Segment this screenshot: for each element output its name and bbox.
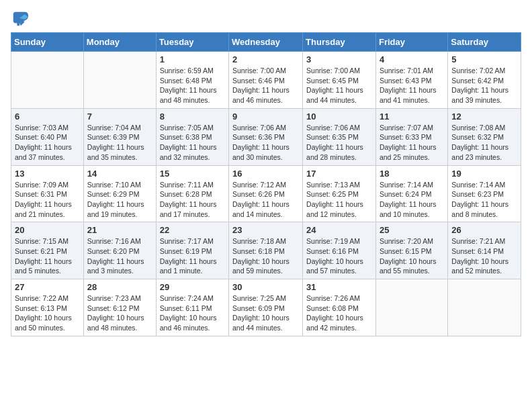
day-info: Sunrise: 7:00 AMSunset: 6:45 PMDaylight:…	[306, 66, 372, 105]
day-info: Sunrise: 7:06 AMSunset: 6:36 PMDaylight:…	[232, 123, 299, 163]
day-number: 8	[160, 111, 225, 122]
day-info: Sunrise: 7:23 AMSunset: 6:12 PMDaylight:…	[87, 293, 152, 333]
day-info: Sunrise: 7:21 AMSunset: 6:14 PMDaylight:…	[451, 236, 517, 276]
calendar-cell	[448, 279, 521, 336]
calendar-cell: 23Sunrise: 7:18 AMSunset: 6:18 PMDayligh…	[229, 222, 303, 279]
calendar-cell: 27Sunrise: 7:22 AMSunset: 6:13 PMDayligh…	[11, 279, 84, 336]
day-info: Sunrise: 7:15 AMSunset: 6:21 PMDaylight:…	[15, 236, 80, 276]
weekday-header-thursday: Thursday	[303, 33, 376, 52]
day-number: 20	[15, 225, 80, 235]
day-info: Sunrise: 7:25 AMSunset: 6:09 PMDaylight:…	[232, 293, 299, 333]
day-number: 12	[451, 111, 517, 122]
calendar-cell: 15Sunrise: 7:11 AMSunset: 6:28 PMDayligh…	[156, 165, 228, 222]
day-number: 23	[232, 225, 299, 235]
day-number: 11	[380, 111, 444, 122]
day-number: 19	[451, 169, 517, 179]
calendar-cell: 25Sunrise: 7:20 AMSunset: 6:15 PMDayligh…	[375, 222, 447, 279]
weekday-header-row: SundayMondayTuesdayWednesdayThursdayFrid…	[11, 33, 521, 52]
day-info: Sunrise: 7:02 AMSunset: 6:42 PMDaylight:…	[451, 66, 517, 105]
day-number: 4	[380, 54, 444, 64]
day-info: Sunrise: 7:22 AMSunset: 6:13 PMDaylight:…	[15, 293, 80, 333]
weekday-header-monday: Monday	[83, 33, 156, 52]
calendar-cell	[375, 279, 447, 336]
week-row-3: 13Sunrise: 7:09 AMSunset: 6:31 PMDayligh…	[11, 165, 521, 222]
day-number: 10	[306, 111, 372, 122]
weekday-header-tuesday: Tuesday	[156, 33, 228, 52]
day-info: Sunrise: 7:18 AMSunset: 6:18 PMDaylight:…	[232, 236, 299, 276]
day-info: Sunrise: 7:11 AMSunset: 6:28 PMDaylight:…	[160, 180, 225, 220]
day-info: Sunrise: 7:00 AMSunset: 6:46 PMDaylight:…	[232, 66, 299, 105]
calendar-cell: 6Sunrise: 7:03 AMSunset: 6:40 PMDaylight…	[11, 108, 84, 165]
week-row-2: 6Sunrise: 7:03 AMSunset: 6:40 PMDaylight…	[11, 108, 521, 165]
calendar-table: SundayMondayTuesdayWednesdayThursdayFrid…	[11, 32, 521, 336]
calendar-cell: 28Sunrise: 7:23 AMSunset: 6:12 PMDayligh…	[83, 279, 156, 336]
day-info: Sunrise: 7:26 AMSunset: 6:08 PMDaylight:…	[306, 293, 372, 333]
calendar-cell: 21Sunrise: 7:16 AMSunset: 6:20 PMDayligh…	[83, 222, 156, 279]
calendar-cell: 13Sunrise: 7:09 AMSunset: 6:31 PMDayligh…	[11, 165, 84, 222]
weekday-header-sunday: Sunday	[11, 33, 84, 52]
day-number: 9	[232, 111, 299, 122]
calendar-cell: 18Sunrise: 7:14 AMSunset: 6:24 PMDayligh…	[375, 165, 447, 222]
calendar-cell: 8Sunrise: 7:05 AMSunset: 6:38 PMDaylight…	[156, 108, 228, 165]
day-info: Sunrise: 7:10 AMSunset: 6:29 PMDaylight:…	[87, 180, 152, 220]
calendar-cell: 7Sunrise: 7:04 AMSunset: 6:39 PMDaylight…	[83, 108, 156, 165]
day-info: Sunrise: 7:01 AMSunset: 6:43 PMDaylight:…	[380, 66, 444, 105]
calendar-cell	[11, 52, 84, 109]
weekday-header-friday: Friday	[375, 33, 447, 52]
day-info: Sunrise: 7:05 AMSunset: 6:38 PMDaylight:…	[160, 123, 225, 163]
calendar-cell: 29Sunrise: 7:24 AMSunset: 6:11 PMDayligh…	[156, 279, 228, 336]
day-info: Sunrise: 7:14 AMSunset: 6:24 PMDaylight:…	[380, 180, 444, 220]
day-number: 14	[87, 169, 152, 179]
calendar-cell: 4Sunrise: 7:01 AMSunset: 6:43 PMDaylight…	[375, 52, 447, 109]
calendar-cell: 5Sunrise: 7:02 AMSunset: 6:42 PMDaylight…	[448, 52, 521, 109]
day-number: 13	[15, 169, 80, 179]
day-info: Sunrise: 7:13 AMSunset: 6:25 PMDaylight:…	[306, 180, 372, 220]
calendar-cell: 16Sunrise: 7:12 AMSunset: 6:26 PMDayligh…	[229, 165, 303, 222]
day-info: Sunrise: 7:06 AMSunset: 6:35 PMDaylight:…	[306, 123, 372, 163]
calendar-cell: 24Sunrise: 7:19 AMSunset: 6:16 PMDayligh…	[303, 222, 376, 279]
week-row-1: 1Sunrise: 6:59 AMSunset: 6:48 PMDaylight…	[11, 52, 521, 109]
calendar-cell: 31Sunrise: 7:26 AMSunset: 6:08 PMDayligh…	[303, 279, 376, 336]
calendar-cell: 2Sunrise: 7:00 AMSunset: 6:46 PMDaylight…	[229, 52, 303, 109]
calendar-cell: 20Sunrise: 7:15 AMSunset: 6:21 PMDayligh…	[11, 222, 84, 279]
day-number: 17	[306, 169, 372, 179]
calendar-cell: 14Sunrise: 7:10 AMSunset: 6:29 PMDayligh…	[83, 165, 156, 222]
weekday-header-saturday: Saturday	[448, 33, 521, 52]
day-info: Sunrise: 7:24 AMSunset: 6:11 PMDaylight:…	[160, 293, 225, 333]
day-info: Sunrise: 7:09 AMSunset: 6:31 PMDaylight:…	[15, 180, 80, 220]
day-info: Sunrise: 7:03 AMSunset: 6:40 PMDaylight:…	[15, 123, 80, 163]
day-number: 29	[160, 282, 225, 292]
logo-icon	[11, 9, 30, 28]
calendar-cell: 10Sunrise: 7:06 AMSunset: 6:35 PMDayligh…	[303, 108, 376, 165]
calendar-cell: 22Sunrise: 7:17 AMSunset: 6:19 PMDayligh…	[156, 222, 228, 279]
calendar-cell: 11Sunrise: 7:07 AMSunset: 6:33 PMDayligh…	[375, 108, 447, 165]
day-number: 28	[87, 282, 152, 292]
header	[11, 7, 521, 28]
day-number: 2	[232, 54, 299, 64]
day-number: 25	[380, 225, 444, 235]
day-number: 6	[15, 111, 80, 122]
week-row-5: 27Sunrise: 7:22 AMSunset: 6:13 PMDayligh…	[11, 279, 521, 336]
day-info: Sunrise: 7:14 AMSunset: 6:23 PMDaylight:…	[451, 180, 517, 220]
day-info: Sunrise: 7:08 AMSunset: 6:32 PMDaylight:…	[451, 123, 517, 163]
logo	[11, 9, 31, 28]
day-info: Sunrise: 7:07 AMSunset: 6:33 PMDaylight:…	[380, 123, 444, 163]
calendar-cell: 30Sunrise: 7:25 AMSunset: 6:09 PMDayligh…	[229, 279, 303, 336]
day-info: Sunrise: 7:12 AMSunset: 6:26 PMDaylight:…	[232, 180, 299, 220]
day-number: 15	[160, 169, 225, 179]
day-number: 16	[232, 169, 299, 179]
weekday-header-wednesday: Wednesday	[229, 33, 303, 52]
day-info: Sunrise: 7:20 AMSunset: 6:15 PMDaylight:…	[380, 236, 444, 276]
day-number: 7	[87, 111, 152, 122]
page: SundayMondayTuesdayWednesdayThursdayFrid…	[0, 0, 532, 347]
day-number: 18	[380, 169, 444, 179]
calendar-cell: 19Sunrise: 7:14 AMSunset: 6:23 PMDayligh…	[448, 165, 521, 222]
calendar-cell: 3Sunrise: 7:00 AMSunset: 6:45 PMDaylight…	[303, 52, 376, 109]
calendar-cell	[83, 52, 156, 109]
calendar-cell: 12Sunrise: 7:08 AMSunset: 6:32 PMDayligh…	[448, 108, 521, 165]
day-number: 24	[306, 225, 372, 235]
day-number: 21	[87, 225, 152, 235]
day-number: 3	[306, 54, 372, 64]
calendar-cell: 9Sunrise: 7:06 AMSunset: 6:36 PMDaylight…	[229, 108, 303, 165]
day-info: Sunrise: 7:17 AMSunset: 6:19 PMDaylight:…	[160, 236, 225, 276]
